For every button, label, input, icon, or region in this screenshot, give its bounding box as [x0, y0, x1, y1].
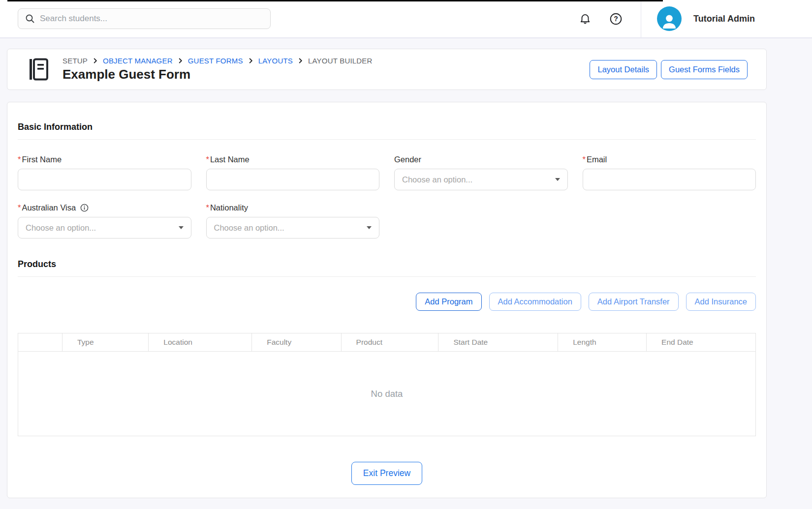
gender-label: Gender — [394, 155, 568, 164]
required-asterisk: * — [206, 155, 209, 164]
breadcrumb-card: SETUP OBJECT MANAGER GUEST FORMS LAYOUTS… — [7, 49, 767, 90]
nationality-field: *Nationality Choose an option... — [206, 203, 380, 239]
chevron-right-icon — [178, 58, 183, 63]
breadcrumb-main: SETUP OBJECT MANAGER GUEST FORMS LAYOUTS… — [62, 57, 590, 82]
products-table: Type Location Faculty Product Start Date… — [18, 333, 756, 436]
add-accommodation-button[interactable]: Add Accommodation — [489, 293, 581, 311]
australian-visa-label: *Australian Visa — [18, 203, 191, 212]
breadcrumb-item-setup: SETUP — [62, 57, 88, 65]
add-program-button[interactable]: Add Program — [416, 293, 481, 311]
required-asterisk: * — [583, 155, 586, 164]
chevron-right-icon — [93, 58, 98, 63]
chevron-right-icon — [248, 58, 253, 63]
australian-visa-placeholder: Choose an option... — [26, 223, 96, 233]
australian-visa-select[interactable]: Choose an option... — [18, 217, 191, 239]
basic-fields-row-1: *First Name *Last Name Gender Choose an … — [18, 155, 756, 190]
breadcrumb-item-layouts[interactable]: LAYOUTS — [258, 57, 293, 65]
column-header-type: Type — [62, 333, 148, 352]
products-empty-row: No data — [18, 352, 756, 436]
search-input[interactable] — [40, 14, 263, 24]
caret-down-icon — [179, 226, 184, 229]
column-header-start-date: Start Date — [438, 333, 558, 352]
section-divider — [18, 276, 756, 277]
layout-details-button[interactable]: Layout Details — [590, 60, 657, 79]
column-header-end-date: End Date — [647, 333, 756, 352]
caret-down-icon — [367, 226, 372, 229]
person-icon — [659, 11, 679, 31]
email-label: *Email — [583, 155, 756, 164]
search-box[interactable] — [18, 8, 271, 29]
breadcrumb-item-layout-builder: LAYOUT BUILDER — [308, 57, 373, 65]
basic-information-heading: Basic Information — [18, 122, 756, 132]
column-header-length: Length — [558, 333, 647, 352]
required-asterisk: * — [18, 155, 21, 164]
gender-select[interactable]: Choose an option... — [394, 169, 568, 190]
search-icon — [25, 14, 35, 24]
form-preview-card: Basic Information *First Name *Last Name… — [7, 102, 767, 498]
notifications-bell-icon[interactable] — [578, 12, 592, 26]
topbar-divider — [641, 0, 641, 38]
info-icon[interactable] — [80, 204, 89, 212]
first-name-label: *First Name — [18, 155, 191, 164]
add-insurance-button[interactable]: Add Insurance — [686, 293, 756, 311]
products-table-header-row: Type Location Faculty Product Start Date… — [18, 333, 756, 352]
column-header-blank — [18, 333, 62, 352]
column-header-location: Location — [149, 333, 252, 352]
exit-preview-wrap: Exit Preview — [18, 462, 756, 485]
section-divider — [18, 139, 756, 140]
required-asterisk: * — [206, 203, 209, 212]
top-accent-line — [7, 0, 663, 1]
last-name-label: *Last Name — [206, 155, 380, 164]
exit-preview-button[interactable]: Exit Preview — [351, 462, 422, 485]
australian-visa-field: *Australian Visa Choose an option... — [18, 203, 191, 239]
avatar[interactable] — [657, 6, 682, 31]
products-heading: Products — [18, 259, 756, 269]
column-header-faculty: Faculty — [252, 333, 341, 352]
add-airport-transfer-button[interactable]: Add Airport Transfer — [589, 293, 679, 311]
breadcrumb: SETUP OBJECT MANAGER GUEST FORMS LAYOUTS… — [62, 57, 590, 65]
first-name-field: *First Name — [18, 155, 191, 190]
email-field: *Email — [583, 155, 756, 190]
guest-form-icon — [27, 57, 50, 82]
page-title: Example Guest Form — [62, 67, 590, 82]
page-content: SETUP OBJECT MANAGER GUEST FORMS LAYOUTS… — [7, 49, 767, 498]
required-asterisk: * — [18, 203, 21, 212]
svg-text:?: ? — [614, 15, 618, 23]
last-name-input[interactable] — [206, 169, 380, 190]
first-name-input[interactable] — [18, 169, 191, 190]
column-header-product: Product — [341, 333, 438, 352]
guest-forms-fields-button[interactable]: Guest Forms Fields — [661, 60, 748, 79]
help-icon[interactable]: ? — [609, 12, 623, 26]
nationality-placeholder: Choose an option... — [214, 223, 284, 233]
topbar-right: ? Tutorial Admin — [578, 0, 812, 38]
product-actions-row: Add Program Add Accommodation Add Airpor… — [18, 293, 756, 311]
nationality-select[interactable]: Choose an option... — [206, 217, 380, 239]
caret-down-icon — [555, 178, 560, 181]
gender-placeholder: Choose an option... — [402, 175, 472, 184]
breadcrumb-item-object-manager[interactable]: OBJECT MANAGER — [103, 57, 173, 65]
email-input[interactable] — [583, 169, 756, 190]
nationality-label: *Nationality — [206, 203, 380, 212]
chevron-right-icon — [298, 58, 303, 63]
gender-field: Gender Choose an option... — [394, 155, 568, 190]
topbar: ? Tutorial Admin — [0, 0, 812, 38]
last-name-field: *Last Name — [206, 155, 380, 190]
user-name[interactable]: Tutorial Admin — [693, 14, 755, 24]
header-actions: Layout Details Guest Forms Fields — [590, 60, 748, 79]
basic-fields-row-2: *Australian Visa Choose an option... *Na… — [18, 203, 756, 239]
breadcrumb-item-guest-forms[interactable]: GUEST FORMS — [188, 57, 243, 65]
no-data-text: No data — [18, 352, 756, 436]
